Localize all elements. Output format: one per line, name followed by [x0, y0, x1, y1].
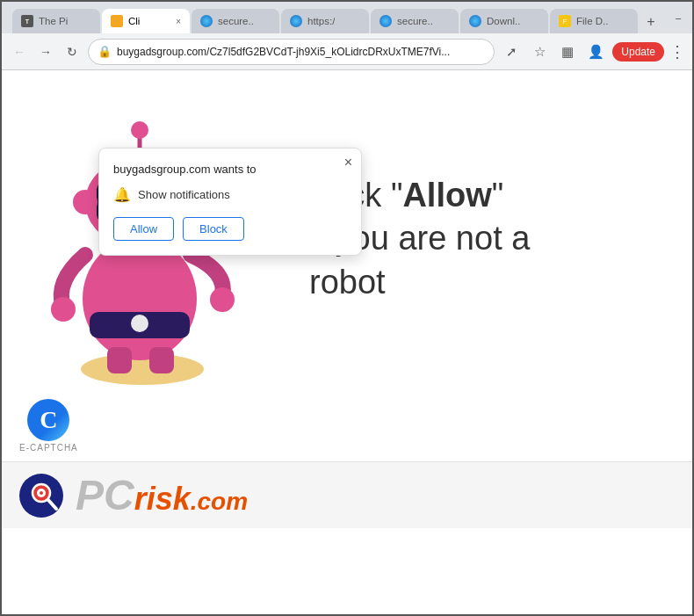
- tab-label-secure1: secure..: [218, 16, 254, 26]
- tab-the-pi[interactable]: T The Pi: [12, 9, 100, 33]
- tab-download[interactable]: Downl..: [460, 9, 548, 33]
- popup-actions: Allow Block: [113, 217, 347, 241]
- tab-icon-secure1: [200, 15, 213, 27]
- tab-label-file: File D..: [576, 16, 608, 26]
- tab-label-download: Downl..: [487, 16, 520, 26]
- captcha-allow-word: Allow: [402, 177, 491, 214]
- menu-button[interactable]: ⋮: [669, 42, 685, 62]
- captcha-line3: robot: [309, 264, 386, 301]
- ecaptcha-area: C E-CAPTCHA: [2, 390, 692, 461]
- svg-point-19: [40, 491, 43, 495]
- address-input[interactable]: 🔒 buygadsgroup.com/Cz7l5dfG2BVCdT-jh9Xi5…: [88, 39, 495, 65]
- tab-icon-https: [290, 15, 302, 27]
- popup-title: buygadsgroup.com wants to: [113, 163, 347, 176]
- extensions-icon[interactable]: ▦: [556, 40, 579, 63]
- tab-icon-cli: [111, 15, 123, 27]
- share-icon[interactable]: ➚: [500, 40, 523, 63]
- back-button[interactable]: ←: [9, 41, 30, 62]
- block-button[interactable]: Block: [183, 217, 244, 241]
- tab-icon-the-pi: T: [21, 15, 33, 27]
- title-right-controls: – ◻ ✕: [669, 9, 694, 26]
- popup-notification-text: Show notifications: [138, 188, 230, 201]
- pcrisk-svg-icon: [19, 474, 63, 518]
- svg-point-15: [210, 287, 235, 312]
- tab-label-cli: Cli: [128, 16, 140, 26]
- tab-file[interactable]: F File D..: [550, 9, 638, 33]
- tab-secure2[interactable]: secure..: [371, 9, 459, 33]
- svg-point-10: [73, 190, 98, 214]
- tab-icon-download: [469, 15, 481, 27]
- browser-frame: T The Pi Cli × secure.. https:/: [2, 2, 692, 614]
- allow-button[interactable]: Allow: [113, 217, 174, 241]
- tab-secure1[interactable]: secure..: [192, 9, 279, 33]
- new-tab-button[interactable]: +: [640, 11, 662, 33]
- pcrisk-com: .com: [191, 488, 248, 515]
- forward-button[interactable]: →: [35, 41, 56, 62]
- tab-label-the-pi: The Pi: [39, 16, 68, 26]
- tab-label-secure2: secure..: [397, 16, 433, 26]
- notification-popup: × buygadsgroup.com wants to 🔔 Show notif…: [98, 148, 362, 256]
- popup-notification-row: 🔔 Show notifications: [113, 186, 347, 203]
- bookmark-icon[interactable]: ☆: [528, 40, 551, 63]
- svg-point-9: [131, 121, 148, 139]
- pcrisk-icon: [19, 474, 63, 518]
- bell-icon: 🔔: [113, 186, 131, 203]
- pcrisk-risk: risk: [134, 481, 191, 517]
- minimize-button[interactable]: –: [669, 9, 687, 26]
- tab-icon-file: F: [559, 15, 571, 27]
- ecaptcha-logo: C E-CAPTCHA: [19, 399, 78, 453]
- title-bar: T The Pi Cli × secure.. https:/: [2, 2, 692, 33]
- svg-rect-12: [107, 347, 132, 373]
- tab-cli[interactable]: Cli ×: [102, 9, 190, 33]
- url-text: buygadsgroup.com/Cz7l5dfG2BVCdT-jh9Xi5_k…: [117, 46, 485, 58]
- svg-point-14: [51, 297, 76, 322]
- popup-close-button[interactable]: ×: [344, 156, 352, 170]
- pcrisk-bar: PCrisk.com: [2, 461, 692, 528]
- tabs-row: T The Pi Cli × secure.. https:/: [9, 2, 666, 33]
- tab-close-cli[interactable]: ×: [176, 17, 181, 26]
- address-bar: ← → ↻ 🔒 buygadsgroup.com/Cz7l5dfG2BVCdT-…: [2, 33, 692, 70]
- lock-icon: 🔒: [98, 45, 112, 58]
- update-button[interactable]: Update: [612, 42, 664, 62]
- ecaptcha-label: E-CAPTCHA: [19, 443, 78, 453]
- captcha-message: Click "Allow" if you are not a robot: [309, 174, 675, 304]
- pcrisk-pc: PC: [76, 472, 134, 518]
- svg-point-1: [83, 237, 197, 360]
- svg-rect-13: [149, 347, 174, 373]
- tab-label-https: https:/: [307, 16, 335, 26]
- ecaptcha-c-icon: C: [27, 399, 69, 441]
- pcrisk-logo-text: PCrisk.com: [76, 471, 248, 519]
- profile-icon[interactable]: 👤: [584, 40, 607, 63]
- tab-icon-secure2: [380, 15, 392, 27]
- reload-button[interactable]: ↻: [61, 41, 83, 62]
- tab-https[interactable]: https:/: [281, 9, 369, 33]
- svg-point-3: [131, 315, 148, 332]
- page-content: × buygadsgroup.com wants to 🔔 Show notif…: [2, 70, 692, 614]
